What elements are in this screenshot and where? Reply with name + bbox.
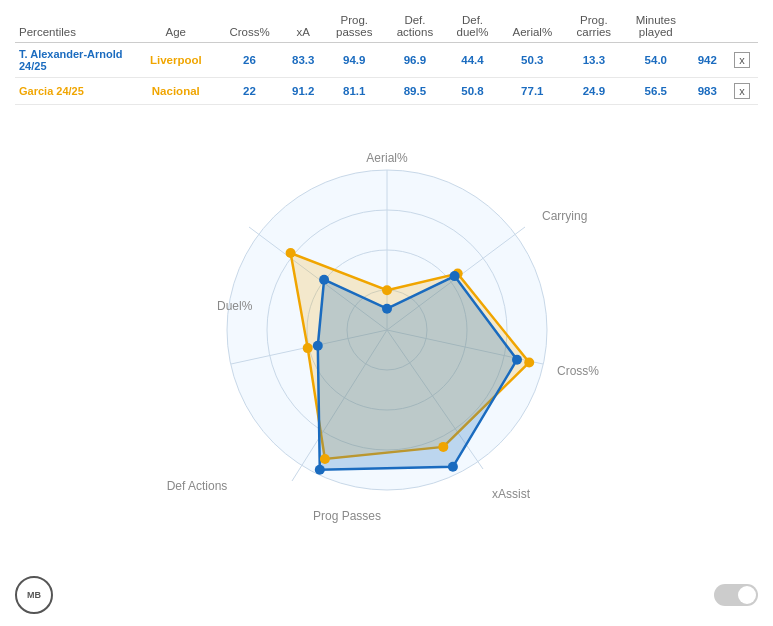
p1-dot-def xyxy=(312,341,322,351)
col-header-aerial: Aerial% xyxy=(500,10,565,43)
col-header-minutes: Minutesplayed xyxy=(623,10,689,43)
col-header-xa: xA xyxy=(282,10,323,43)
player2-age: 22 xyxy=(217,78,283,105)
player1-team: Liverpool xyxy=(135,43,217,78)
label-cross: Cross% xyxy=(557,364,599,378)
player1-minutes: 942 xyxy=(689,43,726,78)
player2-def-duel: 77.1 xyxy=(500,78,565,105)
label-xassist: xAssist xyxy=(492,487,531,501)
col-header-prog-carries: Prog.carries xyxy=(565,10,623,43)
toggle-knob xyxy=(738,586,756,604)
col-header-percentiles: Percentiles xyxy=(15,10,135,43)
player1-prog-carries: 54.0 xyxy=(623,43,689,78)
label-def-actions: Def Actions xyxy=(166,479,227,493)
p2-dot-cross xyxy=(524,358,534,368)
player2-cross: 91.2 xyxy=(282,78,323,105)
mb-logo: MB xyxy=(15,576,53,614)
p1-dot-aerial xyxy=(382,304,392,314)
col-header-def-duel: Def.duel% xyxy=(445,10,500,43)
table-row: Garcia 24/25 Nacional 22 91.2 81.1 89.5 … xyxy=(15,78,758,105)
percentiles-table: Percentiles Age Cross% xA Prog.passes De… xyxy=(15,10,758,105)
p2-dot-duel xyxy=(285,248,295,258)
player2-name: Garcia 24/25 xyxy=(15,78,135,105)
player2-aerial: 24.9 xyxy=(565,78,623,105)
player1-xa: 94.9 xyxy=(324,43,385,78)
p1-dot-xassist xyxy=(447,462,457,472)
player2-prog-carries: 56.5 xyxy=(623,78,689,105)
p2-dot-prog xyxy=(319,454,329,464)
label-aerial: Aerial% xyxy=(366,151,408,165)
player2-team: Nacional xyxy=(135,78,217,105)
player1-def-actions: 44.4 xyxy=(445,43,500,78)
player1-cross: 83.3 xyxy=(282,43,323,78)
p1-dot-prog xyxy=(314,465,324,475)
main-container: Percentiles Age Cross% xA Prog.passes De… xyxy=(0,0,773,626)
radar-chart: Aerial% Carrying Cross% xAssist Prog Pas… xyxy=(137,120,637,540)
col-header-action xyxy=(689,10,726,43)
player1-aerial: 13.3 xyxy=(565,43,623,78)
p2-dot-aerial xyxy=(382,285,392,295)
player2-prog-passes: 89.5 xyxy=(385,78,446,105)
p2-dot-def xyxy=(302,343,312,353)
player2-minutes: 983 xyxy=(689,78,726,105)
table-section: Percentiles Age Cross% xA Prog.passes De… xyxy=(0,0,773,110)
label-carrying: Carrying xyxy=(542,209,587,223)
p1-dot-duel xyxy=(319,275,329,285)
col-header-def-actions: Def.actions xyxy=(385,10,446,43)
player2-def-actions: 50.8 xyxy=(445,78,500,105)
player1-name: T. Alexander-Arnold 24/25 xyxy=(15,43,135,78)
table-row: T. Alexander-Arnold 24/25 Liverpool 26 8… xyxy=(15,43,758,78)
remove-player2-button[interactable]: x xyxy=(734,83,750,99)
logo-text: MB xyxy=(27,590,41,600)
toggle-switch[interactable] xyxy=(714,584,758,606)
radar-chart-section: Aerial% Carrying Cross% xAssist Prog Pas… xyxy=(0,120,773,540)
col-header-cross: Cross% xyxy=(217,10,283,43)
col-header-age: Age xyxy=(135,10,217,43)
player1-def-duel: 50.3 xyxy=(500,43,565,78)
player1-prog-passes: 96.9 xyxy=(385,43,446,78)
bottom-bar: MB xyxy=(15,576,758,614)
player2-xa: 81.1 xyxy=(324,78,385,105)
col-header-prog-passes: Prog.passes xyxy=(324,10,385,43)
p2-dot-xassist xyxy=(438,442,448,452)
p1-dot-cross xyxy=(512,355,522,365)
p1-dot-carrying xyxy=(449,271,459,281)
remove-player1-button[interactable]: x xyxy=(734,52,750,68)
label-duel: Duel% xyxy=(217,299,253,313)
label-prog-passes: Prog Passes xyxy=(312,509,380,523)
player1-age: 26 xyxy=(217,43,283,78)
